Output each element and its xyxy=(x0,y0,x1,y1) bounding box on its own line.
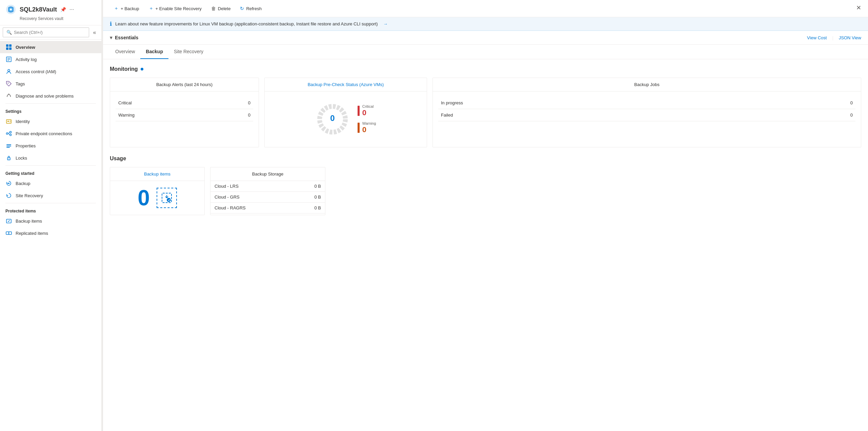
refresh-icon: ↻ xyxy=(240,6,244,11)
table-row: Failed 0 xyxy=(438,109,855,121)
json-view-link[interactable]: JSON View xyxy=(839,35,861,40)
precheck-body: 0 Critical 0 xyxy=(265,91,427,147)
precheck-header[interactable]: Backup Pre-Check Status (Azure VMs) xyxy=(265,78,427,91)
more-options-icon[interactable]: ··· xyxy=(69,6,74,13)
overview-icon xyxy=(5,44,12,50)
svg-rect-23 xyxy=(6,146,11,146)
toolbar: ＋ + Backup ＋ + Enable Site Recovery 🗑 De… xyxy=(103,0,868,17)
dashboard: Monitoring Backup Alerts (last 24 hours)… xyxy=(103,59,868,222)
svg-rect-24 xyxy=(6,147,10,148)
svg-rect-2 xyxy=(6,44,8,47)
refresh-label: Refresh xyxy=(246,6,262,11)
jobs-table: In progress 0 Failed 0 xyxy=(438,97,855,121)
ragrs-value: 0 B xyxy=(294,203,325,213)
collapse-sidebar-button[interactable]: « xyxy=(90,28,99,37)
sidebar-identity-label: Identity xyxy=(16,119,30,124)
endpoints-icon xyxy=(5,130,12,137)
search-input[interactable] xyxy=(14,30,85,35)
sidebar-item-properties[interactable]: Properties xyxy=(0,140,101,152)
search-box[interactable]: 🔍 xyxy=(3,27,89,37)
info-text: Learn about new feature improvements for… xyxy=(115,21,378,26)
backup-add-icon: ＋ xyxy=(114,5,119,12)
sidebar-activity-label: Activity log xyxy=(16,57,37,62)
locks-icon xyxy=(5,155,12,161)
backup-jobs-body: In progress 0 Failed 0 xyxy=(433,91,861,127)
svg-point-17 xyxy=(6,133,8,135)
svg-rect-29 xyxy=(6,232,9,234)
legend-critical: Critical 0 xyxy=(358,104,376,117)
iam-icon xyxy=(5,68,12,75)
backup-items-card-body: 0 xyxy=(110,181,204,215)
svg-rect-30 xyxy=(9,232,12,234)
delete-icon: 🗑 xyxy=(211,6,216,11)
table-row: Warning 0 xyxy=(116,109,253,121)
usage-section: Usage Backup items 0 xyxy=(110,156,861,215)
info-arrow[interactable]: → xyxy=(383,21,388,26)
precheck-card: Backup Pre-Check Status (Azure VMs) 0 xyxy=(264,78,427,147)
enable-site-recovery-button[interactable]: ＋ + Enable Site Recovery xyxy=(145,3,206,14)
svg-rect-13 xyxy=(6,120,11,123)
failed-value: 0 xyxy=(763,109,855,121)
alerts-table: Critical 0 Warning 0 xyxy=(116,97,253,121)
warning-value: 0 xyxy=(217,109,253,121)
monitoring-section-title: Monitoring xyxy=(110,66,861,72)
backup-items-count: 0 xyxy=(138,187,150,209)
usage-cards: Backup items 0 xyxy=(110,167,861,215)
sidebar-item-locks[interactable]: Locks xyxy=(0,152,101,164)
usage-label: Usage xyxy=(110,156,126,162)
svg-point-14 xyxy=(7,121,9,122)
sidebar-diagnose-label: Diagnose and solve problems xyxy=(16,94,74,99)
legend-critical-info: Critical 0 xyxy=(362,104,374,117)
sidebar-item-identity[interactable]: Identity xyxy=(0,115,101,127)
tab-overview[interactable]: Overview xyxy=(110,45,140,59)
pin-icon[interactable]: 📌 xyxy=(60,7,66,12)
essentials-toggle[interactable]: ▾ Essentials xyxy=(110,35,138,40)
backup-button[interactable]: ＋ + Backup xyxy=(110,3,143,14)
backup-items-card-header[interactable]: Backup items xyxy=(110,167,204,181)
sidebar-replicated-items-label: Replicated items xyxy=(16,231,48,236)
essentials-chevron-icon: ▾ xyxy=(110,35,112,40)
donut-legend: Critical 0 Warning 0 xyxy=(358,104,376,134)
tab-overview-label: Overview xyxy=(115,49,135,54)
legend-warning-info: Warning 0 xyxy=(362,121,376,134)
sidebar-item-replicated-items[interactable]: Replicated items xyxy=(0,227,101,239)
backup-alerts-header: Backup Alerts (last 24 hours) xyxy=(110,78,259,91)
sidebar-navigation: Overview Activity log Access control (IA… xyxy=(0,40,101,431)
svg-point-26 xyxy=(8,159,9,159)
tab-backup-label: Backup xyxy=(146,49,163,54)
sidebar-item-site-recovery[interactable]: Site Recovery xyxy=(0,189,101,202)
critical-value: 0 xyxy=(217,97,253,109)
sidebar-item-private-endpoints[interactable]: Private endpoint connections xyxy=(0,127,101,140)
sidebar-overview-label: Overview xyxy=(16,45,35,50)
sidebar-item-backup-items[interactable]: Backup items xyxy=(0,215,101,227)
diagnose-icon xyxy=(5,93,12,99)
replicated-items-icon xyxy=(5,230,12,237)
sidebar-item-activity-log[interactable]: Activity log xyxy=(0,53,101,65)
sidebar-item-access-control[interactable]: Access control (IAM) xyxy=(0,65,101,78)
backup-storage-card: Backup Storage Cloud - LRS 0 B Cloud - G… xyxy=(210,167,325,215)
sidebar-item-overview[interactable]: Overview xyxy=(0,41,101,53)
warning-legend-value: 0 xyxy=(362,125,376,134)
window-close-button[interactable]: ✕ xyxy=(856,4,861,12)
sidebar-item-diagnose[interactable]: Diagnose and solve problems xyxy=(0,90,101,102)
identity-icon xyxy=(5,118,12,125)
tab-backup[interactable]: Backup xyxy=(140,45,168,59)
sidebar-item-backup[interactable]: Backup xyxy=(0,177,101,189)
enable-site-recovery-label: + Enable Site Recovery xyxy=(156,6,202,11)
sidebar-locks-label: Locks xyxy=(16,156,27,161)
main-content: ＋ + Backup ＋ + Enable Site Recovery 🗑 De… xyxy=(103,0,868,431)
backup-icon xyxy=(5,180,12,187)
delete-button[interactable]: 🗑 Delete xyxy=(207,4,235,13)
sidebar-item-tags[interactable]: Tags xyxy=(0,78,101,90)
refresh-button[interactable]: ↻ Refresh xyxy=(236,4,266,13)
svg-line-20 xyxy=(8,132,10,134)
tab-site-recovery[interactable]: Site Recovery xyxy=(168,45,209,59)
svg-rect-3 xyxy=(9,44,12,47)
view-cost-link[interactable]: View Cost xyxy=(807,35,827,40)
table-row: Cloud - RAGRS 0 B xyxy=(210,203,325,213)
site-recovery-add-icon: ＋ xyxy=(149,5,154,12)
site-recovery-icon xyxy=(5,192,12,199)
vault-icon xyxy=(5,4,16,15)
backup-settings-icon xyxy=(161,192,173,204)
properties-icon xyxy=(5,142,12,149)
